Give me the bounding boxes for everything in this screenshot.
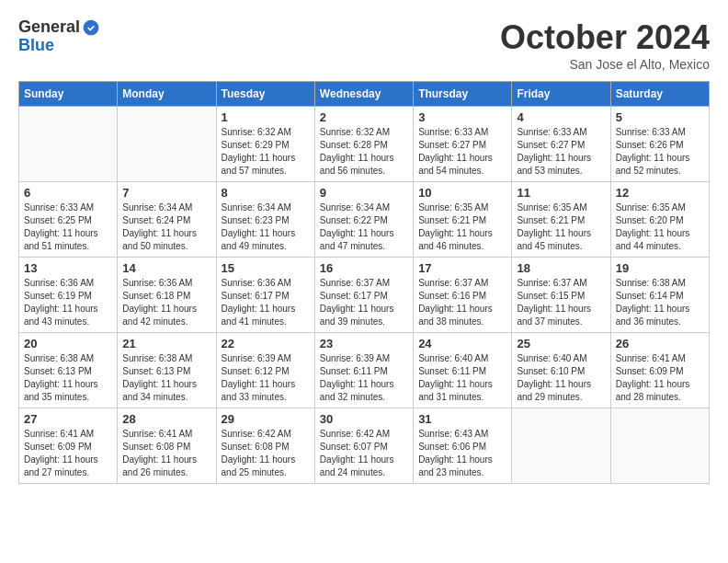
calendar-day-cell: 28Sunrise: 6:41 AM Sunset: 6:08 PM Dayli… (118, 408, 216, 484)
day-number: 24 (418, 337, 506, 350)
calendar-day-cell: 17Sunrise: 6:37 AM Sunset: 6:16 PM Dayli… (414, 258, 512, 333)
calendar-day-cell: 1Sunrise: 6:32 AM Sunset: 6:29 PM Daylig… (216, 107, 314, 182)
calendar-day-cell: 29Sunrise: 6:42 AM Sunset: 6:08 PM Dayli… (216, 408, 314, 484)
day-info: Sunrise: 6:35 AM Sunset: 6:21 PM Dayligh… (418, 201, 506, 253)
day-info: Sunrise: 6:38 AM Sunset: 6:13 PM Dayligh… (122, 352, 210, 404)
calendar-day-cell: 13Sunrise: 6:36 AM Sunset: 6:19 PM Dayli… (19, 258, 118, 333)
day-number: 19 (616, 261, 704, 275)
calendar-day-cell: 23Sunrise: 6:39 AM Sunset: 6:11 PM Dayli… (314, 333, 413, 408)
weekday-header-row: SundayMondayTuesdayWednesdayThursdayFrid… (19, 82, 710, 107)
day-info: Sunrise: 6:34 AM Sunset: 6:22 PM Dayligh… (320, 201, 408, 253)
day-info: Sunrise: 6:33 AM Sunset: 6:26 PM Dayligh… (616, 126, 704, 178)
day-info: Sunrise: 6:33 AM Sunset: 6:25 PM Dayligh… (24, 201, 112, 253)
header: General Blue October 2024 San Jose el Al… (18, 18, 710, 72)
day-info: Sunrise: 6:33 AM Sunset: 6:27 PM Dayligh… (517, 126, 605, 178)
day-info: Sunrise: 6:33 AM Sunset: 6:27 PM Dayligh… (418, 126, 506, 178)
day-number: 12 (616, 186, 704, 200)
calendar-day-cell: 6Sunrise: 6:33 AM Sunset: 6:25 PM Daylig… (19, 182, 118, 258)
day-number: 14 (122, 261, 210, 275)
day-number: 7 (122, 186, 210, 200)
day-number: 5 (616, 110, 704, 124)
day-info: Sunrise: 6:41 AM Sunset: 6:08 PM Dayligh… (122, 428, 210, 479)
calendar-week-row: 6Sunrise: 6:33 AM Sunset: 6:25 PM Daylig… (19, 182, 710, 258)
calendar-day-cell (512, 408, 610, 484)
calendar-day-cell: 10Sunrise: 6:35 AM Sunset: 6:21 PM Dayli… (414, 182, 512, 258)
calendar-day-cell: 30Sunrise: 6:42 AM Sunset: 6:07 PM Dayli… (314, 408, 413, 484)
weekday-header-monday: Monday (118, 82, 216, 107)
day-info: Sunrise: 6:37 AM Sunset: 6:17 PM Dayligh… (320, 277, 408, 328)
calendar-day-cell: 4Sunrise: 6:33 AM Sunset: 6:27 PM Daylig… (512, 107, 610, 182)
calendar-week-row: 13Sunrise: 6:36 AM Sunset: 6:19 PM Dayli… (19, 258, 710, 333)
day-info: Sunrise: 6:40 AM Sunset: 6:11 PM Dayligh… (418, 352, 506, 404)
day-number: 16 (320, 261, 408, 275)
day-number: 6 (24, 186, 112, 200)
logo-icon (82, 18, 100, 37)
day-number: 29 (222, 412, 310, 426)
calendar-week-row: 27Sunrise: 6:41 AM Sunset: 6:09 PM Dayli… (19, 408, 710, 484)
day-info: Sunrise: 6:36 AM Sunset: 6:18 PM Dayligh… (122, 277, 210, 328)
day-info: Sunrise: 6:40 AM Sunset: 6:10 PM Dayligh… (517, 352, 605, 404)
day-number: 4 (517, 110, 605, 124)
calendar-day-cell: 19Sunrise: 6:38 AM Sunset: 6:14 PM Dayli… (610, 258, 709, 333)
calendar-day-cell: 14Sunrise: 6:36 AM Sunset: 6:18 PM Dayli… (118, 258, 216, 333)
day-number: 10 (418, 186, 506, 200)
day-info: Sunrise: 6:38 AM Sunset: 6:13 PM Dayligh… (24, 352, 112, 404)
day-number: 2 (320, 110, 408, 124)
calendar-day-cell: 2Sunrise: 6:32 AM Sunset: 6:28 PM Daylig… (314, 107, 413, 182)
calendar-day-cell: 31Sunrise: 6:43 AM Sunset: 6:06 PM Dayli… (414, 408, 512, 484)
day-info: Sunrise: 6:35 AM Sunset: 6:20 PM Dayligh… (616, 201, 704, 253)
logo: General Blue (18, 18, 100, 55)
day-number: 1 (222, 110, 310, 124)
day-number: 27 (24, 412, 112, 426)
day-number: 17 (418, 261, 506, 275)
day-info: Sunrise: 6:32 AM Sunset: 6:28 PM Dayligh… (320, 126, 408, 178)
day-info: Sunrise: 6:34 AM Sunset: 6:23 PM Dayligh… (222, 201, 310, 253)
calendar-day-cell: 8Sunrise: 6:34 AM Sunset: 6:23 PM Daylig… (216, 182, 314, 258)
calendar-day-cell: 5Sunrise: 6:33 AM Sunset: 6:26 PM Daylig… (610, 107, 709, 182)
weekday-header-sunday: Sunday (19, 82, 118, 107)
weekday-header-friday: Friday (512, 82, 610, 107)
day-info: Sunrise: 6:43 AM Sunset: 6:06 PM Dayligh… (418, 428, 506, 479)
calendar-day-cell: 7Sunrise: 6:34 AM Sunset: 6:24 PM Daylig… (118, 182, 216, 258)
day-info: Sunrise: 6:42 AM Sunset: 6:08 PM Dayligh… (222, 428, 310, 479)
weekday-header-tuesday: Tuesday (216, 82, 314, 107)
weekday-header-thursday: Thursday (414, 82, 512, 107)
day-number: 28 (122, 412, 210, 426)
day-number: 3 (418, 110, 506, 124)
day-info: Sunrise: 6:37 AM Sunset: 6:16 PM Dayligh… (418, 277, 506, 328)
calendar-table: SundayMondayTuesdayWednesdayThursdayFrid… (18, 81, 710, 484)
day-info: Sunrise: 6:36 AM Sunset: 6:19 PM Dayligh… (24, 277, 112, 328)
calendar-day-cell: 16Sunrise: 6:37 AM Sunset: 6:17 PM Dayli… (314, 258, 413, 333)
calendar-day-cell: 11Sunrise: 6:35 AM Sunset: 6:21 PM Dayli… (512, 182, 610, 258)
day-info: Sunrise: 6:41 AM Sunset: 6:09 PM Dayligh… (616, 352, 704, 404)
day-number: 20 (24, 337, 112, 350)
calendar-day-cell: 15Sunrise: 6:36 AM Sunset: 6:17 PM Dayli… (216, 258, 314, 333)
calendar-day-cell: 20Sunrise: 6:38 AM Sunset: 6:13 PM Dayli… (19, 333, 118, 408)
calendar-day-cell (19, 107, 118, 182)
logo-blue: Blue (18, 37, 100, 55)
weekday-header-wednesday: Wednesday (314, 82, 413, 107)
calendar-week-row: 20Sunrise: 6:38 AM Sunset: 6:13 PM Dayli… (19, 333, 710, 408)
day-number: 15 (222, 261, 310, 275)
calendar-day-cell: 25Sunrise: 6:40 AM Sunset: 6:10 PM Dayli… (512, 333, 610, 408)
day-info: Sunrise: 6:34 AM Sunset: 6:24 PM Dayligh… (122, 201, 210, 253)
day-number: 13 (24, 261, 112, 275)
calendar-day-cell: 12Sunrise: 6:35 AM Sunset: 6:20 PM Dayli… (610, 182, 709, 258)
calendar-day-cell: 27Sunrise: 6:41 AM Sunset: 6:09 PM Dayli… (19, 408, 118, 484)
title-area: October 2024 San Jose el Alto, Mexico (500, 18, 710, 72)
day-number: 18 (517, 261, 605, 275)
day-number: 30 (320, 412, 408, 426)
calendar-day-cell: 3Sunrise: 6:33 AM Sunset: 6:27 PM Daylig… (414, 107, 512, 182)
day-info: Sunrise: 6:37 AM Sunset: 6:15 PM Dayligh… (517, 277, 605, 328)
calendar-day-cell: 26Sunrise: 6:41 AM Sunset: 6:09 PM Dayli… (610, 333, 709, 408)
calendar-day-cell: 18Sunrise: 6:37 AM Sunset: 6:15 PM Dayli… (512, 258, 610, 333)
calendar-day-cell: 22Sunrise: 6:39 AM Sunset: 6:12 PM Dayli… (216, 333, 314, 408)
day-info: Sunrise: 6:41 AM Sunset: 6:09 PM Dayligh… (24, 428, 112, 479)
day-info: Sunrise: 6:39 AM Sunset: 6:11 PM Dayligh… (320, 352, 408, 404)
calendar-day-cell: 24Sunrise: 6:40 AM Sunset: 6:11 PM Dayli… (414, 333, 512, 408)
day-info: Sunrise: 6:35 AM Sunset: 6:21 PM Dayligh… (517, 201, 605, 253)
day-number: 11 (517, 186, 605, 200)
day-number: 22 (222, 337, 310, 350)
month-title: October 2024 (500, 18, 710, 57)
calendar-day-cell: 9Sunrise: 6:34 AM Sunset: 6:22 PM Daylig… (314, 182, 413, 258)
